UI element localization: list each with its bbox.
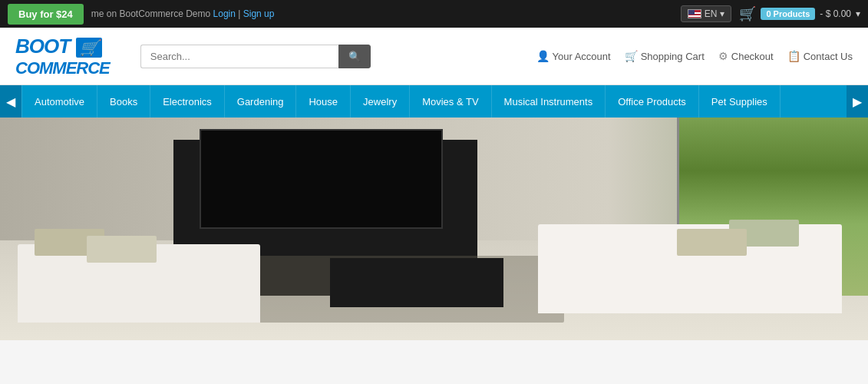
header: BOOT 🛒 COMMERCE 🔍 👤 Your Account 🛒 Shopp…: [0, 28, 868, 85]
cart-price: - $ 0.00: [820, 8, 851, 19]
user-icon: 👤: [536, 50, 550, 62]
logo-line1: BOOT 🛒: [15, 35, 104, 58]
language-selector[interactable]: EN ▾: [681, 5, 732, 22]
products-badge[interactable]: 0 Products: [761, 8, 815, 20]
logo-line2: COMMERCE: [15, 58, 110, 78]
login-link[interactable]: Login: [213, 8, 236, 19]
nav-item-jewelry[interactable]: Jewelry: [351, 85, 410, 118]
nav-item-office-products[interactable]: Office Products: [606, 85, 699, 118]
nav-item-pet-supplies[interactable]: Pet Supplies: [699, 85, 781, 118]
nav-item-books[interactable]: Books: [97, 85, 150, 118]
buy-button[interactable]: Buy for $24: [8, 4, 84, 25]
cart-area: 🛒 0 Products - $ 0.00 ▾: [739, 5, 860, 22]
nav-item-house[interactable]: House: [296, 85, 351, 118]
logo-cart-symbol: 🛒: [76, 38, 102, 58]
nav-item-gardening[interactable]: Gardening: [225, 85, 297, 118]
header-nav: 👤 Your Account 🛒 Shopping Cart ⚙ Checkou…: [536, 50, 853, 62]
your-account-link[interactable]: 👤 Your Account: [536, 50, 611, 62]
checkout-link[interactable]: ⚙ Checkout: [718, 50, 774, 62]
contact-icon: 📋: [787, 50, 800, 62]
checkout-icon: ⚙: [718, 50, 728, 62]
nav-arrow-right[interactable]: ▶: [847, 85, 868, 118]
top-bar-right: EN ▾ 🛒 0 Products - $ 0.00 ▾: [681, 5, 860, 22]
search-button[interactable]: 🔍: [338, 45, 371, 68]
logo[interactable]: BOOT 🛒 COMMERCE: [15, 35, 110, 78]
cart-icon: 🛒: [739, 5, 756, 22]
chevron-down-icon: ▾: [720, 8, 724, 19]
logo-area: BOOT 🛒 COMMERCE: [15, 35, 110, 78]
shopping-cart-icon: 🛒: [625, 50, 638, 62]
nav-item-electronics[interactable]: Electronics: [150, 85, 225, 118]
nav-items: AutomotiveBooksElectronicsGardeningHouse…: [21, 85, 847, 118]
nav-item-automotive[interactable]: Automotive: [21, 85, 97, 118]
contact-link[interactable]: 📋 Contact Us: [787, 50, 853, 62]
nav-arrow-left[interactable]: ◀: [0, 85, 21, 118]
search-area: 🔍: [140, 45, 371, 68]
nav-item-movies---tv[interactable]: Movies & TV: [410, 85, 491, 118]
top-bar: Buy for $24 me on BootCommerce Demo Logi…: [0, 0, 868, 28]
flag-icon: [688, 9, 701, 18]
language-label: EN: [705, 8, 718, 19]
shopping-cart-link[interactable]: 🛒 Shopping Cart: [625, 50, 705, 62]
cart-dropdown-icon[interactable]: ▾: [856, 8, 860, 19]
welcome-text: me on BootCommerce Demo Login | Sign up: [91, 8, 275, 19]
hero-section: [0, 118, 868, 340]
nav-item-musical-instruments[interactable]: Musical Instruments: [492, 85, 606, 118]
main-nav: ◀ AutomotiveBooksElectronicsGardeningHou…: [0, 85, 868, 118]
signup-link[interactable]: Sign up: [243, 8, 275, 19]
hero-image: [0, 118, 868, 340]
search-input[interactable]: [140, 45, 338, 68]
